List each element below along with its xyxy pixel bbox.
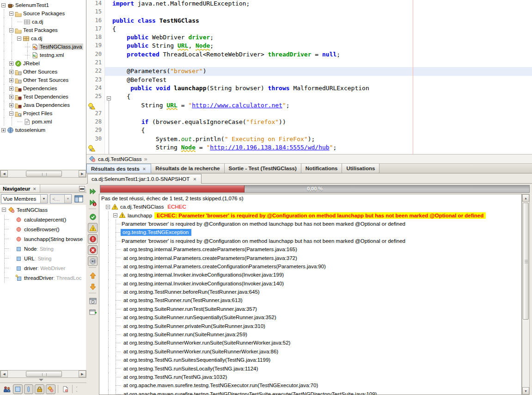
code-line[interactable]: {	[112, 25, 532, 34]
chevron-right-icon[interactable]: »	[144, 155, 147, 162]
scrollbar-thumb[interactable]	[523, 203, 529, 320]
stack-trace-line[interactable]: at org.testng.SuiteRunner.runTest(SuiteR…	[99, 305, 521, 313]
panel-splitter[interactable]	[0, 378, 86, 383]
tree-item-test-packages[interactable]: − Test Packages	[0, 26, 86, 34]
tree-item-selenumtest1[interactable]: − SelenumTest1	[0, 1, 86, 9]
tree-item-java-dependencies[interactable]: + Java Dependencies	[0, 101, 86, 109]
test-node[interactable]: − ! launchapp ECHEC: Parameter 'browser'…	[99, 211, 521, 219]
stack-trace-line[interactable]: at org.testng.TestNG.run(TestNG.java:103…	[99, 373, 521, 381]
line-number[interactable]: 23	[86, 76, 104, 85]
show-non-public-button[interactable]	[35, 384, 44, 394]
scroll-right-button[interactable]: ▶	[79, 170, 86, 177]
line-number[interactable]: 27	[86, 110, 104, 118]
member-item-url[interactable]: URL : String	[0, 253, 86, 263]
fold-collapse-icon[interactable]: −	[107, 95, 111, 99]
chevron-down-icon[interactable]: ▼	[40, 195, 47, 203]
tree-item-pom-xml[interactable]: pom.xml	[0, 117, 86, 126]
line-number[interactable]: 29	[86, 127, 104, 135]
line-number[interactable]: 19	[86, 42, 104, 50]
failure-message[interactable]: Parameter 'browser' is required by @Conf…	[99, 237, 521, 245]
code-line[interactable]: public class TestNGClass	[112, 17, 532, 25]
next-failure-button[interactable]	[88, 282, 98, 291]
show-errors-button[interactable]	[88, 234, 98, 244]
code-line[interactable]: public WebDriver driver;	[112, 34, 532, 42]
code-line[interactable]: String Node = "http://10.196.138.184:555…	[112, 144, 532, 152]
show-passed-button[interactable]	[88, 212, 98, 222]
projects-hscrollbar[interactable]: ◀ ▶	[0, 170, 86, 178]
rerun-failed-tests-button[interactable]	[88, 198, 98, 207]
view-select[interactable]: Vue Membres ▼	[1, 194, 48, 204]
close-icon[interactable]: ×	[32, 186, 37, 191]
close-icon[interactable]: ×	[192, 176, 197, 182]
scroll-left-button[interactable]: ◀	[0, 170, 8, 177]
line-number[interactable]	[86, 144, 104, 152]
tab-r-sultats-des-tests[interactable]: Résultats des tests ×	[86, 164, 151, 173]
tree-item-testng-xml[interactable]: NG testng.xml	[0, 51, 86, 59]
results-vscrollbar[interactable]: ▲ ▼	[522, 194, 530, 395]
expand-toggle[interactable]: −	[1, 3, 6, 7]
inherited-doc-button[interactable]	[61, 384, 70, 394]
tree-item-ca-dj[interactable]: − ca.dj	[0, 34, 86, 43]
selected-exception[interactable]: org.testng.TestNGException	[121, 229, 191, 236]
chevron-down-icon[interactable]: ▼	[64, 195, 71, 203]
stack-trace-line[interactable]: at org.testng.SuiteRunner.privateRun(Sui…	[99, 321, 521, 330]
expand-toggle[interactable]: −	[106, 205, 110, 209]
stack-trace-line[interactable]: at org.testng.internal.Invoker.invokeCon…	[99, 279, 521, 288]
expand-toggle[interactable]: −	[9, 12, 13, 16]
tab-maven-run[interactable]: ca.dj:SelenumTest1:jar:1.0.0-SNAPSHOT ×	[87, 174, 202, 184]
tree-item-testngclass-java[interactable]: TestNGClass.java	[0, 43, 86, 51]
navigator-tab[interactable]: Navigateur ×	[0, 185, 40, 192]
breadcrumb[interactable]: ca.dj.TestNGClass »	[86, 154, 532, 164]
show-fields-button[interactable]	[13, 384, 23, 394]
line-number[interactable]: 24	[86, 85, 104, 93]
code-line[interactable]: import java.net.MalformedURLException;	[112, 0, 532, 8]
more-button[interactable]	[75, 384, 85, 394]
member-item-driver[interactable]: driver : WebDriver	[0, 263, 86, 273]
member-item-testngclass[interactable]: − TestNGClass	[0, 205, 86, 215]
tree-item-dependencies[interactable]: + Dependencies	[0, 84, 86, 93]
code-line[interactable]: @BeforeTest	[112, 76, 532, 85]
scroll-left-button[interactable]: ◀	[0, 370, 8, 377]
stack-trace-line[interactable]: at org.testng.SuiteRunner.run(SuiteRunne…	[99, 330, 521, 339]
member-item-launchapp-string-browse[interactable]: launchapp(String browse	[0, 234, 86, 244]
stack-trace-line[interactable]: at org.testng.SuiteRunnerWorker.runSuite…	[99, 339, 521, 347]
line-number[interactable]: 15	[86, 8, 104, 17]
stack-trace-line[interactable]: at org.testng.TestRunner.run(TestRunner.…	[99, 296, 521, 304]
line-number[interactable]: 20	[86, 51, 104, 59]
tree-item-ca-dj[interactable]: ca.dj	[0, 18, 86, 26]
code-line[interactable]	[112, 8, 532, 17]
inspect-select[interactable]: <... ▼	[50, 194, 72, 204]
code-line[interactable]: System.out.println(" Executing on FireFo…	[112, 136, 532, 144]
code-editor[interactable]: 14151617181920212223242527282930 − impor…	[86, 0, 532, 154]
stack-trace-line[interactable]: at org.testng.internal.Invoker.invokeCon…	[99, 271, 521, 279]
previous-failure-button[interactable]	[88, 271, 98, 280]
tab-notifications[interactable]: Notifications	[301, 164, 342, 173]
code-line[interactable]: if (browser.equalsIgnoreCase("firefox"))	[112, 118, 532, 127]
show-others-button[interactable]	[46, 384, 55, 394]
line-number[interactable]: 18	[86, 34, 104, 42]
show-static-button[interactable]	[24, 384, 34, 394]
stack-trace-line[interactable]: at org.testng.TestNG.runSuitesLocally(Te…	[99, 364, 521, 372]
scroll-down-button[interactable]: ▼	[522, 387, 529, 395]
tree-item-test-dependencies[interactable]: + Test Dependencies	[0, 93, 86, 101]
stack-trace-line[interactable]: at org.testng.SuiteRunner.runSequentiall…	[99, 313, 521, 321]
show-failed-button[interactable]: !	[88, 223, 98, 233]
line-number[interactable]: 21	[86, 59, 104, 68]
line-number[interactable]: 22	[86, 68, 104, 76]
stack-trace-line[interactable]: at org.testng.TestRunner.beforeRun(TestR…	[99, 288, 521, 296]
split-view-icon[interactable]	[74, 195, 84, 204]
stack-trace-line[interactable]: at org.apache.maven.surefire.testng.Test…	[99, 381, 521, 389]
code-line[interactable]: protected ThreadLocal<RemoteWebDriver> t…	[112, 51, 532, 59]
scrollbar-thumb[interactable]	[26, 371, 62, 377]
stack-trace-line[interactable]: at org.apache.maven.surefire.testng.Test…	[99, 390, 521, 395]
line-number[interactable]: 14	[86, 0, 104, 8]
stack-trace-line[interactable]: at org.testng.internal.Parameters.create…	[99, 253, 521, 262]
show-skipped-button[interactable]	[88, 256, 98, 266]
code-area[interactable]: import java.net.MalformedURLException;pu…	[112, 0, 532, 152]
close-icon[interactable]: ×	[142, 166, 147, 172]
member-item-threaddriver[interactable]: threadDriver : ThreadLoc	[0, 273, 86, 283]
code-line[interactable]: @Parameters("browser")	[112, 68, 532, 76]
scroll-right-button[interactable]: ▶	[79, 370, 86, 377]
rerun-tests-button[interactable]	[88, 186, 98, 196]
tree-item-jrebel[interactable]: + JRebel	[0, 59, 86, 68]
